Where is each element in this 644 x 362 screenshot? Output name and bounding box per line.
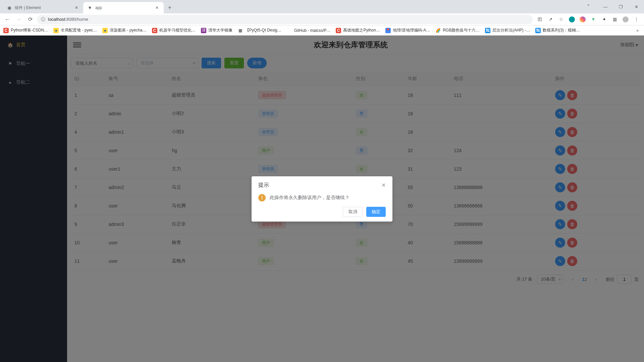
back-button[interactable]: ← [3,15,12,24]
reload-button[interactable]: ⟳ [25,15,35,24]
bookmark-item[interactable]: 📍地理/逆地理编码-A… [385,27,430,33]
bookmark-favicon-icon: ▦ [238,28,243,33]
browser-address-bar: ← → ⟳ ⓘ localhost:8080/home ⚿ ↗ ☆ ▼ ✦ ▥ … [0,13,644,25]
bookmark-favicon-icon: C [3,28,9,33]
bookmark-favicon-icon: ● [53,28,59,33]
confirm-dialog: 提示 ✕ ! 此操作将永久删除该用户，是否继续？ 取消 确定 [252,176,392,222]
warning-icon: ! [258,194,266,201]
bookmark-item[interactable]: ▦【PyQt5-Qt Desig… [238,27,281,33]
bookmark-item[interactable]: 清清华大学镜像 [201,27,232,33]
bookmark-label: 渲染图表 - pyecha… [110,27,146,33]
url-input[interactable]: ⓘ localhost:8080/home [37,15,533,24]
bookmark-label: 高德地图之Python… [343,27,380,33]
window-dropdown-icon[interactable]: ˅ [582,0,598,13]
new-tab-button[interactable]: + [165,3,174,12]
password-key-icon[interactable]: ⚿ [537,16,543,22]
site-info-icon[interactable]: ⓘ [41,16,45,22]
bookmark-label: 全局配置项 - pyec… [61,27,97,33]
bookmark-label: 层次分析法(AHP) -… [492,27,530,33]
bookmark-label: 机器学习模型优化… [159,27,196,33]
bookmark-item[interactable]: ●全局配置项 - pyec… [53,27,97,33]
bookmark-label: 【PyQt5-Qt Desig… [245,27,281,33]
browser-titlebar: ◉组件 | Element✕▼app✕ + ˅ — ❐ ✕ [0,0,644,13]
browser-menu-icon[interactable]: ⋮ [633,16,639,22]
window-maximize-icon[interactable]: ❐ [613,0,629,13]
profile-avatar-icon[interactable] [623,16,629,22]
bookmark-item[interactable]: C机器学习模型优化… [152,27,196,33]
bookmark-favicon-icon: 🌈 [435,28,441,33]
url-path: 8080/home [66,17,88,22]
extensions-icon[interactable]: ✦ [601,16,607,22]
bookmark-label: 数模系列(3)：模糊… [543,27,580,33]
bookmark-favicon-icon [287,28,292,33]
bookmark-item[interactable]: GitHub - maicss/P… [287,28,331,33]
bookmark-item[interactable]: 知层次分析法(AHP) -… [485,27,530,33]
bookmark-star-icon[interactable]: ☆ [558,16,564,22]
bookmark-favicon-icon: 知 [535,28,541,33]
bookmark-item[interactable]: 知数模系列(3)：模糊… [535,27,580,33]
ext-icon-1[interactable] [569,16,575,22]
side-panel-icon[interactable]: ▥ [612,16,618,22]
dialog-title: 提示 [258,182,269,189]
modal-mask[interactable]: 提示 ✕ ! 此操作将永久删除该用户，是否继续？ 取消 确定 [0,36,644,362]
bookmark-item[interactable]: 🌈RGB颜色值与十六… [435,27,480,33]
browser-tab[interactable]: ◉组件 | Element✕ [3,2,83,13]
bookmark-item[interactable]: C高德地图之Python… [336,27,380,33]
bookmark-favicon-icon: 知 [485,28,490,33]
cancel-button[interactable]: 取消 [343,207,363,217]
bookmark-item[interactable]: ●渲染图表 - pyecha… [102,27,146,33]
tab-favicon-icon: ▼ [87,5,93,10]
bookmark-label: Python博客-CSDN… [11,27,48,33]
bookmark-favicon-icon: 📍 [385,28,391,33]
dialog-message: 此操作将永久删除该用户，是否继续？ [270,195,350,201]
browser-tabs: ◉组件 | Element✕▼app✕ [0,2,164,13]
tab-title: 组件 | Element [15,5,71,11]
bookmark-label: 地理/逆地理编码-A… [393,27,430,33]
bookmarks-overflow-icon[interactable]: » [634,28,641,33]
tab-title: app [95,5,152,10]
bookmark-favicon-icon: C [152,28,157,33]
window-minimize-icon[interactable]: — [598,0,613,13]
bookmark-label: RGB颜色值与十六… [443,27,480,33]
forward-button[interactable]: → [14,15,23,24]
close-icon[interactable]: ✕ [381,182,386,188]
bookmarks-bar: CPython博客-CSDN…●全局配置项 - pyec…●渲染图表 - pye… [0,25,644,36]
bookmark-favicon-icon: 清 [201,28,206,33]
window-controls: ˅ — ❐ ✕ [582,0,644,13]
bookmark-label: 清华大学镜像 [208,27,232,33]
confirm-button[interactable]: 确定 [366,207,386,217]
ext-icon-2[interactable] [580,16,586,22]
bookmark-item[interactable]: CPython博客-CSDN… [3,27,48,33]
tab-close-icon[interactable]: ✕ [74,5,79,10]
tab-close-icon[interactable]: ✕ [154,5,160,10]
window-close-icon[interactable]: ✕ [629,0,644,13]
bookmark-label: GitHub - maicss/P… [294,28,331,33]
browser-tab[interactable]: ▼app✕ [83,2,164,13]
share-icon[interactable]: ↗ [547,16,553,22]
url-host: localhost: [48,17,66,22]
bookmark-favicon-icon: C [336,28,341,33]
ext-icon-vue[interactable]: ▼ [590,16,596,22]
bookmark-favicon-icon: ● [102,28,108,33]
tab-favicon-icon: ◉ [7,5,12,10]
